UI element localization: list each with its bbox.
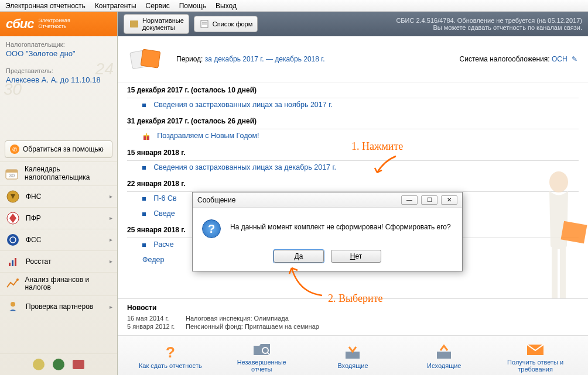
svg-rect-29 bbox=[146, 133, 147, 140]
help-button[interactable]: ✆ Обратиться за помощью bbox=[5, 140, 112, 158]
svg-text:?: ? bbox=[166, 343, 175, 361]
btn-label: Список форм bbox=[213, 20, 253, 27]
deadline-head: 31 декабря 2017 г. (осталось 26 дней) bbox=[127, 113, 579, 129]
dialog-title-text: Сообщение bbox=[197, 196, 235, 204]
nav-fns[interactable]: ФНС ▸ bbox=[0, 185, 117, 207]
news-text: Пенсионный фонд: Приглашаем на семинар bbox=[186, 323, 319, 330]
svg-rect-9 bbox=[15, 258, 16, 266]
dialog-titlebar: Сообщение — ☐ ✕ bbox=[193, 192, 462, 208]
menu-electronic-reporting[interactable]: Электронная отчетность bbox=[1, 1, 90, 11]
logo-subtitle: ЭлектроннаяОтчетность bbox=[39, 18, 70, 30]
taxpayer-block: 24 Налогоплательщик: ООО "Золотое дно" bbox=[0, 36, 117, 63]
bbar-outbox[interactable]: Исходящие bbox=[409, 342, 479, 369]
period-link[interactable]: за декабрь 2017 г. — декабрь 2018 г. bbox=[205, 55, 325, 63]
dialog-message: На данный момент комплект не сформирован… bbox=[230, 219, 453, 231]
bbar-label: Получить ответы и требования bbox=[500, 359, 570, 373]
news-date: 16 мая 2014 г. bbox=[127, 315, 186, 322]
no-button[interactable]: Нет bbox=[331, 250, 381, 263]
inbox-icon bbox=[317, 342, 388, 362]
nav-calendar[interactable]: 30 Календарь налогоплательщика bbox=[0, 161, 117, 185]
bbar-unfinished[interactable]: Незавершенные отчеты bbox=[227, 339, 297, 373]
sidebar: сбис ЭлектроннаяОтчетность 24 Налогоплат… bbox=[0, 12, 118, 375]
status-version: СБИС 2.4.516/4784. Обновление не требует… bbox=[396, 17, 582, 24]
pencil-icon[interactable]: ✎ bbox=[572, 55, 577, 63]
fss-icon bbox=[5, 233, 21, 247]
bbar-label: Незавершенные отчеты bbox=[227, 359, 297, 373]
news-title: Новости bbox=[127, 304, 579, 312]
task-link[interactable]: Поздравляем с Новым Годом! bbox=[157, 132, 259, 140]
task-link[interactable]: Расче bbox=[153, 240, 173, 249]
bullet-icon bbox=[142, 212, 146, 216]
close-button[interactable]: ✕ bbox=[441, 195, 457, 205]
deadline-head: 15 декабря 2017 г. (осталось 10 дней) bbox=[127, 82, 579, 98]
bbar-label: Как сдать отчетность bbox=[135, 362, 206, 369]
menu-contractors[interactable]: Контрагенты bbox=[90, 1, 141, 11]
folder-search-icon bbox=[227, 339, 297, 359]
calendar-icon: 30 bbox=[5, 167, 20, 181]
nav-fss[interactable]: ФСС ▸ bbox=[0, 229, 117, 250]
envelope-icon bbox=[500, 339, 570, 359]
news-block: Новости 16 мая 2014 г. Налоговая инспекц… bbox=[118, 298, 588, 335]
period-text: Период: за декабрь 2017 г. — декабрь 201… bbox=[176, 55, 325, 63]
news-row[interactable]: 16 мая 2014 г. Налоговая инспекция: Олим… bbox=[127, 314, 579, 322]
chevron-right-icon: ▸ bbox=[110, 236, 112, 243]
task-link[interactable]: Сведения о застрахованных лицах за ноябр… bbox=[153, 101, 332, 109]
svg-text:30: 30 bbox=[9, 173, 15, 178]
news-date: 5 января 2012 г. bbox=[127, 323, 186, 330]
help-button-label: Обратиться за помощью bbox=[23, 145, 104, 153]
svg-rect-34 bbox=[437, 352, 451, 359]
nav-partners[interactable]: Проверка партнеров ▸ bbox=[0, 295, 117, 317]
bbar-receive[interactable]: Получить ответы и требования bbox=[500, 339, 570, 373]
bbar-inbox[interactable]: Входящие bbox=[317, 342, 388, 369]
menu-help[interactable]: Помощь bbox=[175, 1, 211, 11]
period-icon bbox=[124, 44, 170, 74]
minimize-button[interactable]: — bbox=[401, 195, 418, 205]
analysis-icon bbox=[5, 277, 20, 291]
agent-value[interactable]: Алексеев А. А. до 11.10.18 bbox=[6, 75, 111, 84]
svg-rect-15 bbox=[130, 20, 138, 27]
message-dialog: Сообщение — ☐ ✕ ? На данный момент компл… bbox=[192, 192, 463, 271]
status-channels: Вы можете сдавать отчетность по каналам … bbox=[396, 24, 582, 31]
taxpayer-value[interactable]: ООО "Золотое дно" bbox=[6, 49, 111, 58]
task-link[interactable]: П-6 Св bbox=[153, 194, 176, 202]
help-icon: ✆ bbox=[10, 145, 19, 154]
yes-button[interactable]: Да bbox=[274, 250, 324, 263]
news-row[interactable]: 5 января 2012 г. Пенсионный фонд: Пригла… bbox=[127, 322, 579, 331]
bbar-howto[interactable]: ? Как сдать отчетность bbox=[135, 342, 206, 369]
svg-point-11 bbox=[11, 302, 15, 307]
badge-icon bbox=[52, 357, 66, 371]
tax-system-value[interactable]: ОСН bbox=[552, 55, 568, 63]
task-link-highlighted[interactable]: Сведения о застрахованных лицах за декаб… bbox=[153, 163, 336, 171]
nav-analysis[interactable]: Анализ финансов и налогов bbox=[0, 272, 117, 296]
task-item: Поздравляем с Новым Годом! bbox=[127, 129, 579, 145]
svg-point-12 bbox=[33, 359, 45, 370]
svg-point-5 bbox=[7, 234, 19, 246]
nav-rosstat[interactable]: Росстат ▸ bbox=[0, 250, 117, 272]
maximize-button[interactable]: ☐ bbox=[421, 195, 437, 205]
agent-block: 30 Представитель: Алексеев А. А. до 11.1… bbox=[0, 63, 117, 89]
forms-list-button[interactable]: Список форм bbox=[194, 16, 258, 32]
svg-rect-14 bbox=[73, 360, 84, 369]
menu-exit[interactable]: Выход bbox=[211, 1, 241, 11]
task-item: Сведения о застрахованных лицах за декаб… bbox=[127, 161, 579, 176]
nav-pfr[interactable]: ПФР ▸ bbox=[0, 207, 117, 229]
menubar: Электронная отчетность Контрагенты Серви… bbox=[0, 0, 588, 12]
agent-label: Представитель: bbox=[6, 67, 111, 74]
regulations-button[interactable]: Нормативныедокументы bbox=[124, 14, 189, 34]
rosstat-icon bbox=[5, 254, 21, 269]
nav-label: ПФР bbox=[26, 214, 41, 222]
outbox-icon bbox=[409, 342, 479, 362]
cert-badges bbox=[0, 353, 117, 375]
pfr-icon bbox=[5, 211, 21, 225]
task-link[interactable]: Сведе bbox=[153, 209, 175, 218]
menu-service[interactable]: Сервис bbox=[141, 1, 175, 11]
badge-icon bbox=[32, 357, 46, 371]
nav-label: Анализ финансов и налогов bbox=[25, 276, 112, 293]
deadline-head: 15 января 2018 г. bbox=[127, 145, 579, 161]
status-block: СБИС 2.4.516/4784. Обновление не требует… bbox=[396, 17, 582, 31]
logo-text: сбис bbox=[6, 16, 34, 32]
task-link[interactable]: Федер bbox=[142, 256, 164, 264]
nav-label: Росстат bbox=[26, 257, 51, 266]
book-icon bbox=[129, 19, 139, 29]
bullet-icon bbox=[142, 166, 146, 170]
